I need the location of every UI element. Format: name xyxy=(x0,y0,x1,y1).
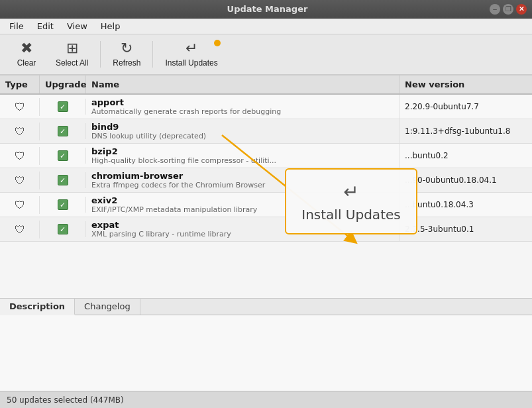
bottom-section: Description Changelog xyxy=(0,298,532,391)
type-cell: 🛡 xyxy=(0,172,40,189)
checkbox[interactable]: ✓ xyxy=(58,150,68,161)
shield-icon: 🛡 xyxy=(15,174,25,187)
header-version: New version xyxy=(399,76,532,93)
clear-icon: ✖ xyxy=(21,41,32,56)
table-header: Type Upgrade Name New version xyxy=(0,76,532,95)
type-cell: 🛡 xyxy=(0,98,40,116)
table-container: Type Upgrade Name New version 🛡 ✓ apport… xyxy=(0,76,532,298)
table-row: 🛡 ✓ expat XML parsing C library - runtim… xyxy=(0,217,532,242)
pkg-desc: EXIF/IPTC/XMP metadata manipulation libr… xyxy=(91,205,257,214)
toolbar-separator-1 xyxy=(100,41,101,68)
pkg-desc: Extra ffmpeg codecs for the Chromium Bro… xyxy=(91,181,265,189)
shield-icon: 🛡 xyxy=(15,101,25,113)
status-bar: 50 updates selected (447MB) xyxy=(0,391,532,408)
version-cell: ...buntu0.2 xyxy=(399,148,532,163)
upgrade-cell[interactable]: ✓ xyxy=(40,123,86,139)
name-cell: apport Automatically generate crash repo… xyxy=(86,95,399,119)
table-row: 🛡 ✓ exiv2 EXIF/IPTC/XMP metadata manipul… xyxy=(0,193,532,217)
type-cell: 🛡 xyxy=(0,147,40,165)
minimize-button[interactable]: – xyxy=(490,4,500,15)
window-controls: – ❐ ✕ xyxy=(490,4,527,15)
header-type: Type xyxy=(0,76,40,93)
close-button[interactable]: ✕ xyxy=(516,4,527,15)
shield-icon: 🛡 xyxy=(15,199,25,211)
checkbox[interactable]: ✓ xyxy=(58,101,68,112)
pkg-name: bzip2 xyxy=(91,146,118,156)
type-cell: 🛡 xyxy=(0,221,40,238)
pkg-desc: High-quality block-sorting file compress… xyxy=(91,156,276,165)
pkg-name: exiv2 xyxy=(91,195,117,205)
name-cell: bind9 DNS lookup utility (deprecated) xyxy=(86,119,399,143)
upgrade-cell[interactable]: ✓ xyxy=(40,99,86,115)
shield-icon: 🛡 xyxy=(15,150,25,162)
install-icon: ↵ xyxy=(186,41,197,56)
callout-label: Install Updates xyxy=(301,207,400,223)
version-cell: ...90-0ubuntu0.18.04.1 xyxy=(399,173,532,187)
table-row: 🛡 ✓ bind9 DNS lookup utility (deprecated… xyxy=(0,119,532,144)
menu-view[interactable]: View xyxy=(62,20,93,32)
clear-button[interactable]: ✖ Clear xyxy=(7,37,46,72)
menu-help[interactable]: Help xyxy=(95,20,126,32)
maximize-button[interactable]: ❐ xyxy=(503,4,513,15)
version-cell: 2.20.9-0ubuntu7.7 xyxy=(399,99,532,114)
pkg-name: bind9 xyxy=(91,122,119,132)
refresh-label: Refresh xyxy=(113,58,140,68)
pkg-desc: XML parsing C library - runtime library xyxy=(91,230,231,238)
menu-edit[interactable]: Edit xyxy=(32,20,59,32)
install-updates-button-wrap: ↵ Install Updates xyxy=(156,37,227,72)
window-title: Update Manager xyxy=(45,4,490,14)
tab-description[interactable]: Description xyxy=(0,299,75,315)
select-all-icon: ⊞ xyxy=(66,41,78,56)
install-dot xyxy=(214,40,221,46)
callout-overlay: ↵ Install Updates xyxy=(285,168,417,234)
upgrade-cell[interactable]: ✓ xyxy=(40,197,86,213)
table-row: 🛡 ✓ apport Automatically generate crash … xyxy=(0,95,532,119)
header-name: Name xyxy=(86,76,399,93)
checkbox[interactable]: ✓ xyxy=(58,175,68,185)
install-label: Install Updates xyxy=(165,58,217,68)
checkbox[interactable]: ✓ xyxy=(58,224,68,234)
main-area: Type Upgrade Name New version 🛡 ✓ apport… xyxy=(0,76,532,391)
tab-changelog[interactable]: Changelog xyxy=(75,299,140,315)
upgrade-cell[interactable]: ✓ xyxy=(40,172,86,188)
pkg-desc: DNS lookup utility (deprecated) xyxy=(91,132,206,140)
name-cell: bzip2 High-quality block-sorting file co… xyxy=(86,144,399,168)
title-bar: Update Manager – ❐ ✕ xyxy=(0,0,532,19)
pkg-desc: Automatically generate crash reports for… xyxy=(91,107,281,116)
callout-icon: ↵ xyxy=(343,181,358,203)
type-cell: 🛡 xyxy=(0,196,40,214)
clear-label: Clear xyxy=(17,58,36,68)
version-cell: 1:9.11.3+dfsg-1ubuntu1.8 xyxy=(399,124,532,138)
toolbar-separator-2 xyxy=(152,41,153,68)
select-all-button[interactable]: ⊞ Select All xyxy=(46,37,97,72)
upgrade-cell[interactable]: ✓ xyxy=(40,221,86,237)
type-cell: 🛡 xyxy=(0,123,40,140)
table-row: 🛡 ✓ chromium-browser Extra ffmpeg codecs… xyxy=(0,168,532,193)
upgrade-cell[interactable]: ✓ xyxy=(40,148,86,164)
bottom-content xyxy=(0,315,532,391)
bottom-tabs: Description Changelog xyxy=(0,299,532,315)
refresh-icon: ↻ xyxy=(121,41,133,56)
toolbar: ✖ Clear ⊞ Select All ↻ Refresh ↵ Install… xyxy=(0,34,532,76)
select-all-label: Select All xyxy=(56,58,88,68)
pkg-name: chromium-browser xyxy=(91,171,183,181)
shield-icon: 🛡 xyxy=(15,125,25,138)
version-cell: ...buntu0.18.04.3 xyxy=(399,197,532,212)
shield-icon: 🛡 xyxy=(15,223,25,236)
table-body: 🛡 ✓ apport Automatically generate crash … xyxy=(0,95,532,298)
refresh-button[interactable]: ↻ Refresh xyxy=(103,37,150,72)
pkg-name: expat xyxy=(91,220,119,230)
menu-bar: File Edit View Help xyxy=(0,19,532,34)
checkbox[interactable]: ✓ xyxy=(58,199,68,210)
table-row: 🛡 ✓ bzip2 High-quality block-sorting fil… xyxy=(0,144,532,168)
pkg-name: apport xyxy=(91,97,124,107)
version-cell: 2.2.5-3ubuntu0.1 xyxy=(399,222,532,236)
status-text: 50 updates selected (447MB) xyxy=(7,395,124,405)
menu-file[interactable]: File xyxy=(4,20,29,32)
header-upgrade: Upgrade xyxy=(40,76,86,93)
checkbox[interactable]: ✓ xyxy=(58,126,68,136)
